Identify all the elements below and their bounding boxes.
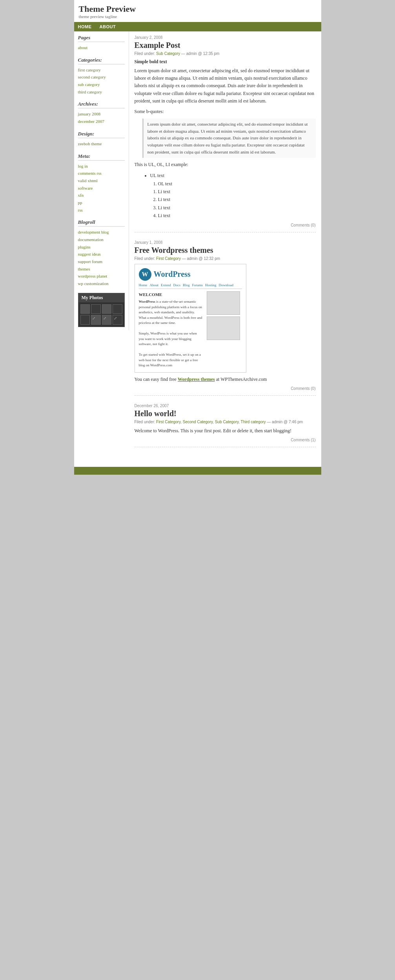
sidebar-blogroll-heading: Blogroll <box>78 219 125 227</box>
sidebar-archive-jan2008[interactable]: january 2008 <box>78 110 125 118</box>
content-area: Pages about Categories: first category s… <box>74 31 321 459</box>
wordpress-themes-link[interactable]: Wordpress themes <box>178 377 215 382</box>
sidebar-design-list: zeebob theme <box>78 140 125 148</box>
sidebar-archive-dec2007[interactable]: december 2007 <box>78 118 125 125</box>
list-item: support forum <box>78 258 125 265</box>
blogroll-suggest[interactable]: suggest ideas <box>78 250 125 258</box>
post-wordpress-themes: January 1, 2008 Free Wordpress themes Fi… <box>135 240 316 396</box>
post-comments-count[interactable]: Comments (1) <box>135 438 316 442</box>
sidebar-meta-login[interactable]: log in <box>78 163 125 170</box>
sidebar-categories-heading: Categories: <box>78 57 125 64</box>
photo-thumb[interactable] <box>80 315 90 325</box>
post-hello-world: December 26, 2007 Hello world! Filed und… <box>135 404 316 447</box>
wp-nav-bar: Home About Extend Docs Blog Forums Hosti… <box>139 283 242 289</box>
sidebar-archives-list: january 2008 december 2007 <box>78 110 125 125</box>
list-item: themes <box>78 265 125 273</box>
nav-bar: HOME ABOUT <box>74 22 321 31</box>
sidebar-pages-section: Pages about <box>78 35 125 51</box>
blogroll-devblog[interactable]: development blog <box>78 229 125 236</box>
blogroll-plugins[interactable]: plugins <box>78 243 125 251</box>
nav-about[interactable]: ABOUT <box>96 22 120 31</box>
sidebar-meta-xfn[interactable]: xfn <box>78 192 125 199</box>
expand-icon: ⤢ <box>92 316 95 320</box>
expand-icon: ⤢ <box>114 316 117 320</box>
post-list-label: This is UL, OL, LI example: <box>135 161 316 168</box>
sidebar-categories-section: Categories: first category second catego… <box>78 57 125 96</box>
post-category-link[interactable]: Sub Category <box>156 51 180 56</box>
sidebar-meta-list: log in comments rss valid xhtml software… <box>78 163 125 214</box>
list-item: Li text <box>158 212 316 219</box>
sidebar-meta-section: Meta: log in comments rss valid xhtml so… <box>78 153 125 214</box>
post-title[interactable]: Free Wordpress themes <box>135 246 316 255</box>
sidebar-meta-software[interactable]: software <box>78 185 125 192</box>
post-comments-count[interactable]: Comments (0) <box>135 223 316 227</box>
photos-widget-title: My Photos <box>78 293 124 302</box>
sidebar-page-about[interactable]: about <box>78 44 125 51</box>
list-item: development blog <box>78 229 125 236</box>
nav-home[interactable]: HOME <box>74 22 96 31</box>
sidebar-cat-third[interactable]: third category <box>78 88 125 96</box>
list-item: wp customization <box>78 280 125 287</box>
post-meta: Filed under: First Category — admin @ 12… <box>135 256 316 261</box>
list-item: third category <box>78 88 125 96</box>
list-item: rss <box>78 207 125 214</box>
sidebar-meta-rss[interactable]: rss <box>78 207 125 214</box>
post-title[interactable]: Hello world! <box>135 409 316 418</box>
post-body-text: You can easy find free Wordpress themes … <box>135 376 316 383</box>
photo-thumb[interactable] <box>102 304 112 314</box>
photo-thumb[interactable]: ⤢ <box>102 315 112 325</box>
post-blockquote: Lorem ipsum dolor sit amet, consectetur … <box>142 119 316 158</box>
sidebar-meta-heading: Meta: <box>78 153 125 161</box>
list-item: about <box>78 44 125 51</box>
list-item: plugins <box>78 243 125 251</box>
list-item: xfn <box>78 192 125 199</box>
photo-thumb[interactable]: ⤢ <box>113 315 122 325</box>
post-quote-label: Some b-quotes: <box>135 108 316 115</box>
sidebar-archives-heading: Archives: <box>78 101 125 108</box>
post-category-link-second[interactable]: Second Category <box>183 420 213 424</box>
sidebar-design-heading: Design: <box>78 131 125 138</box>
blogroll-docs[interactable]: documentation <box>78 236 125 243</box>
post-body-text: Lorem ipsum dolor sit amet, consectetur … <box>135 67 316 105</box>
wp-logo-text: WordPress <box>154 270 191 279</box>
wp-welcome-heading: WELCOME <box>139 291 203 298</box>
list-item: zeebob theme <box>78 140 125 148</box>
footer-bar <box>74 467 321 475</box>
post-category-link-third[interactable]: Third category <box>241 420 266 424</box>
blogroll-support[interactable]: support forum <box>78 258 125 265</box>
post-category-link-first[interactable]: First Category <box>156 420 180 424</box>
sidebar-design-zeebob[interactable]: zeebob theme <box>78 140 125 148</box>
sidebar-categories-list: first category second category sub categ… <box>78 66 125 96</box>
list-item: suggest ideas <box>78 250 125 258</box>
post-meta: Filed under: Sub Category — admin @ 12:3… <box>135 51 316 56</box>
photo-thumb[interactable] <box>91 304 101 314</box>
post-category-link-sub[interactable]: Sub Category <box>215 420 238 424</box>
sidebar-meta-pp[interactable]: pp <box>78 199 125 207</box>
post-list-example: UL text OL text Li text Li text Li text … <box>142 172 316 219</box>
blogroll-wpcustom[interactable]: wp customization <box>78 280 125 287</box>
sidebar-cat-second[interactable]: second category <box>78 73 125 81</box>
photo-thumb[interactable]: ⤢ <box>91 315 101 325</box>
list-item: valid xhtml <box>78 177 125 185</box>
post-title[interactable]: Example Post <box>135 41 316 50</box>
site-tagline: theme preview tagline <box>79 14 317 19</box>
post-bold-text: Simple bold text <box>135 59 316 65</box>
sidebar-cat-first[interactable]: first category <box>78 66 125 74</box>
post-comments-count[interactable]: Comments (0) <box>135 386 316 391</box>
sidebar-cat-sub[interactable]: sub category <box>78 81 125 88</box>
sidebar-meta-comments-rss[interactable]: comments rss <box>78 170 125 177</box>
post-category-link[interactable]: First Category <box>156 256 181 261</box>
sidebar-meta-valid-xhtml[interactable]: valid xhtml <box>78 177 125 185</box>
list-item: pp <box>78 199 125 207</box>
post-date: January 1, 2008 <box>135 240 316 245</box>
list-item: Li text <box>158 204 316 212</box>
post-date: December 26, 2007 <box>135 404 316 408</box>
wp-screenshot-thumb <box>207 291 240 315</box>
blogroll-wpplanet[interactable]: wordpress planet <box>78 272 125 280</box>
list-item: documentation <box>78 236 125 243</box>
blogroll-themes[interactable]: themes <box>78 265 125 273</box>
list-item: first category <box>78 66 125 74</box>
photo-thumb[interactable] <box>113 304 122 314</box>
photo-thumb[interactable] <box>80 304 90 314</box>
post-example: January 2, 2008 Example Post Filed under… <box>135 35 316 232</box>
